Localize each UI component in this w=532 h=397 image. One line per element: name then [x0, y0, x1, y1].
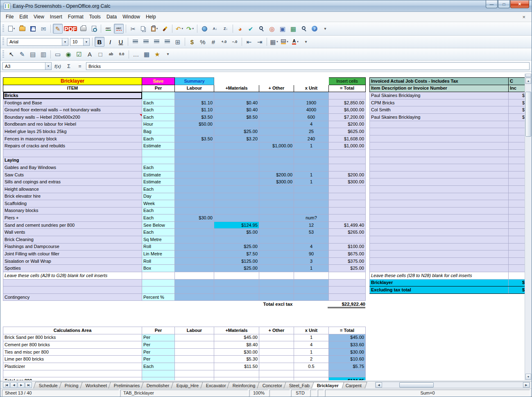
cell[interactable] — [142, 370, 175, 377]
cell[interactable] — [370, 200, 509, 208]
cell[interactable] — [175, 185, 214, 193]
cell[interactable]: $124.95 — [214, 221, 259, 229]
cell[interactable]: Contingency — [3, 293, 142, 301]
cell[interactable]: Sq Metre — [142, 236, 175, 244]
menu-format[interactable]: Format — [65, 13, 86, 21]
align-right-icon[interactable] — [152, 37, 161, 47]
group-box-icon[interactable]: □ — [95, 50, 105, 59]
status-field[interactable] — [318, 390, 324, 397]
cell[interactable] — [329, 370, 366, 377]
sort-ascending-icon[interactable]: A↓ — [210, 24, 220, 34]
cut-icon[interactable]: ✂ — [128, 24, 138, 34]
cell[interactable]: $5.30 — [214, 356, 259, 363]
cell[interactable] — [259, 121, 294, 128]
status-field[interactable] — [310, 390, 317, 397]
cell[interactable] — [370, 135, 509, 142]
cell[interactable] — [214, 286, 259, 294]
sheet-tab-schedule[interactable]: Schedule — [33, 382, 63, 388]
scroll-right-icon[interactable]: ▶ — [523, 382, 530, 388]
cell[interactable]: Each — [142, 363, 175, 370]
cell[interactable]: Excluding tax total — [370, 286, 509, 294]
cell[interactable] — [370, 214, 509, 222]
cell[interactable]: $100.00 — [329, 243, 366, 250]
cell[interactable] — [370, 257, 509, 265]
cell[interactable]: 1 — [294, 348, 329, 356]
cell[interactable] — [294, 185, 329, 193]
cell[interactable] — [329, 200, 366, 208]
vertical-scrollbar[interactable]: ▲ ▼ — [525, 74, 532, 380]
cell[interactable]: $300.00 — [329, 178, 366, 186]
cell[interactable] — [175, 356, 214, 363]
cell[interactable]: Spotties — [3, 265, 142, 272]
menu-tools[interactable]: Tools — [86, 13, 104, 21]
cell[interactable]: $ — [509, 106, 526, 114]
cell[interactable]: $ — [509, 286, 526, 294]
zoom-icon[interactable] — [299, 24, 309, 34]
increase-indent-icon[interactable]: ⇥ — [255, 37, 265, 47]
cell[interactable]: Each — [142, 207, 175, 214]
cell[interactable]: Each — [142, 214, 175, 222]
cell[interactable] — [294, 92, 329, 99]
cell[interactable] — [175, 377, 214, 380]
cell[interactable] — [214, 185, 259, 193]
cell[interactable]: $1.10 — [175, 99, 214, 106]
insert-cells-button[interactable]: Insert cells — [329, 78, 366, 85]
cell[interactable]: $3.50 — [175, 135, 214, 142]
cell[interactable]: Hour — [142, 121, 175, 128]
decrease-indent-icon[interactable]: ⇤ — [244, 37, 254, 47]
cell[interactable] — [370, 171, 509, 178]
dropdown-arrow-icon[interactable]: ▾ — [192, 27, 194, 30]
sum-button[interactable]: Σ — [64, 62, 74, 70]
cell[interactable]: 2 — [294, 356, 329, 363]
cell[interactable] — [329, 164, 366, 171]
cell[interactable] — [175, 164, 214, 171]
cell[interactable] — [509, 193, 526, 200]
formula-input[interactable]: Bricks — [86, 62, 530, 70]
cell[interactable] — [214, 370, 259, 377]
cell[interactable] — [175, 157, 214, 164]
cell[interactable] — [370, 185, 509, 193]
cell[interactable] — [175, 207, 214, 214]
cell[interactable] — [294, 377, 329, 380]
cell[interactable] — [259, 229, 294, 236]
cell[interactable]: Sand and cement sundries per 800 — [3, 221, 142, 229]
font-name-combobox[interactable]: Arial ▼ — [7, 38, 68, 46]
cell[interactable]: Box — [142, 265, 175, 272]
cell[interactable]: Sills and copings and extras — [3, 178, 142, 186]
cell[interactable]: $50.00 — [175, 121, 214, 128]
navigator-icon[interactable]: ◎ — [267, 24, 277, 34]
calc-header-per[interactable]: Per — [142, 327, 175, 334]
cell[interactable] — [175, 341, 214, 349]
cell[interactable] — [3, 279, 142, 286]
email-icon[interactable]: ✉ — [38, 24, 48, 34]
cell[interactable] — [329, 272, 366, 280]
sheet-position[interactable]: Sheet 13 / 40 — [2, 390, 119, 397]
cell[interactable]: $125.00 — [214, 257, 259, 265]
cell[interactable]: $5.75 — [329, 363, 366, 370]
calc-header-other[interactable]: + Other — [259, 327, 294, 334]
cell[interactable] — [175, 178, 214, 186]
cell[interactable] — [259, 92, 294, 99]
cell[interactable]: $ — [509, 99, 526, 106]
cell[interactable] — [175, 142, 214, 150]
toolbar-grip[interactable] — [2, 38, 4, 46]
cell[interactable]: $ — [509, 92, 526, 99]
invoice-description-header-cut[interactable]: Inc — [509, 85, 526, 92]
minimize-button[interactable]: — — [486, 0, 498, 8]
cell[interactable]: $200.00 — [259, 171, 294, 178]
cell[interactable]: Col Smith — [370, 106, 509, 114]
cell[interactable]: Cement per 800 bricks — [3, 341, 142, 349]
cell[interactable]: Ties and misc per 800 — [3, 348, 142, 356]
cell[interactable] — [329, 157, 366, 164]
cell[interactable] — [175, 221, 214, 229]
name-box[interactable]: A3 ▼ — [2, 62, 52, 70]
cell[interactable] — [294, 164, 329, 171]
cell[interactable]: $6,000.00 — [329, 106, 366, 114]
cell[interactable]: Week — [142, 200, 175, 208]
cell[interactable]: CPM Bricks — [370, 99, 509, 106]
toolbar-grip[interactable] — [2, 25, 4, 33]
calc-header-labour[interactable]: Labour — [175, 327, 214, 334]
cell[interactable] — [259, 272, 294, 280]
formatted-field-icon[interactable]: 0.0 — [117, 50, 127, 59]
cell[interactable]: Each — [142, 135, 175, 142]
